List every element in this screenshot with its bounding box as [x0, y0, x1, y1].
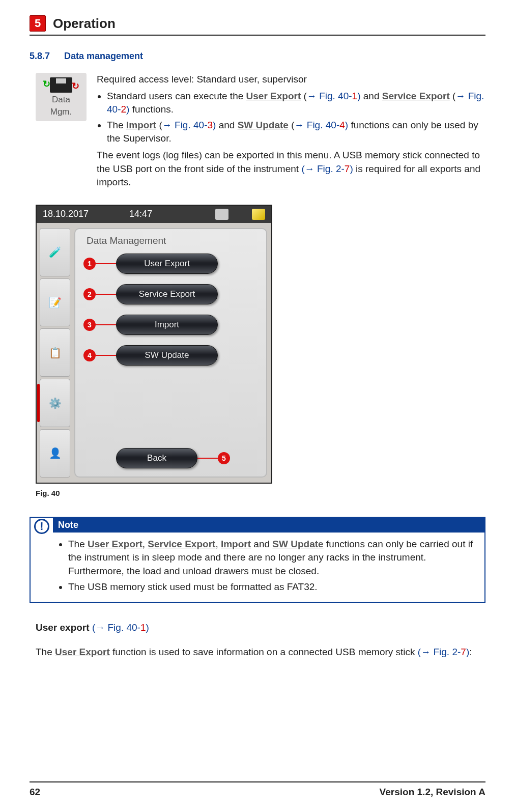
side-tab-reagents[interactable]: 🧪 [40, 228, 70, 276]
note-bullet-2: The USB memory stick used must be format… [68, 580, 477, 594]
service-export-link: Service Export [382, 91, 450, 101]
side-tabs: 🧪 📝 📋 ⚙️ 👤 [40, 228, 70, 478]
status-time: 14:47 [129, 209, 152, 219]
note-icon: ! [34, 519, 49, 534]
chapter-title: Operation [53, 16, 116, 32]
user-export-button[interactable]: User Export [116, 254, 218, 274]
intro-bullet-1: Standard users can execute the User Expo… [107, 90, 485, 117]
arrow-right-icon: ↻ [72, 80, 79, 92]
callout-line-1 [96, 263, 116, 264]
data-management-panel: Data Management 1 User Export 2 Service … [74, 228, 267, 478]
chapter-number-badge: 5 [30, 15, 46, 32]
note-body: The User Export, Service Export, Import … [53, 533, 484, 602]
side-tab-notes[interactable]: 📝 [40, 278, 70, 327]
process-status-icon [215, 209, 228, 220]
tile-label-line2: Mgm. [50, 107, 72, 117]
user-export-description: The User Export function is used to save… [36, 646, 485, 659]
service-export-button[interactable]: Service Export [116, 284, 218, 304]
callout-line-3 [96, 324, 116, 325]
alert-status-icon [252, 209, 265, 220]
access-level-line: Required access level: Standard user, su… [97, 73, 485, 87]
page-number: 62 [30, 787, 40, 798]
panel-title: Data Management [87, 235, 258, 246]
side-tab-settings[interactable]: ⚙️ [40, 379, 70, 427]
row-import: 3 Import [83, 315, 258, 335]
version-label: Version 1.2, Revision A [380, 787, 485, 798]
user-export-link: User Export [246, 91, 301, 101]
row-sw-update: 4 SW Update [83, 345, 258, 366]
callout-2: 2 [83, 288, 96, 300]
data-management-tile-icon: ↻ ↻ Data Mgm. [36, 73, 87, 121]
side-tab-user[interactable]: 👤 [40, 429, 70, 478]
user-export-subheading: User export (→ Fig. 40-1) [36, 622, 485, 633]
sw-update-link: SW Update [238, 120, 289, 130]
device-screenshot: 18.10.2017 14:47 🧪 📝 📋 ⚙️ 👤 Data Managem… [36, 205, 272, 484]
arrow-left-icon: ↻ [43, 78, 50, 90]
section-number: 5.8.7 [30, 51, 55, 62]
row-service-export: 2 Service Export [83, 284, 258, 304]
callout-line-4 [96, 355, 116, 356]
floppy-icon: ↻ ↻ [50, 77, 72, 93]
user-icon: 👤 [49, 447, 62, 459]
gear-icon: ⚙️ [49, 397, 62, 409]
sw-update-button[interactable]: SW Update [116, 345, 218, 366]
callout-line-2 [96, 294, 116, 295]
figure-caption: Fig. 40 [36, 489, 485, 497]
callout-5: 5 [218, 452, 230, 464]
intro-text: Required access level: Standard user, su… [97, 73, 485, 189]
chapter-header: 5 Operation [30, 15, 485, 36]
note-bullet-1: The User Export, Service Export, Import … [68, 538, 477, 578]
page-footer: 62 Version 1.2, Revision A [30, 781, 485, 798]
notes-icon: 📝 [49, 296, 62, 309]
section-heading: 5.8.7 Data management [30, 51, 485, 62]
intro-paragraph: The event logs (log files) can be export… [97, 149, 485, 189]
intro-block: ↻ ↻ Data Mgm. Required access level: Sta… [30, 73, 485, 189]
callout-line-5 [197, 458, 218, 459]
callout-3: 3 [83, 319, 96, 331]
row-back: Back 5 [83, 448, 258, 468]
status-date: 18.10.2017 [43, 209, 89, 219]
note-block: ! Note The User Export, Service Export, … [30, 517, 485, 603]
tile-label-line1: Data [52, 95, 70, 105]
list-icon: 📋 [49, 347, 62, 359]
reagents-icon: 🧪 [49, 246, 62, 258]
import-link: Import [126, 120, 156, 130]
row-user-export: 1 User Export [83, 254, 258, 274]
side-tab-list[interactable]: 📋 [40, 328, 70, 377]
screen-body: 🧪 📝 📋 ⚙️ 👤 Data Management 1 User Export… [37, 223, 271, 483]
back-button[interactable]: Back [116, 448, 197, 468]
section-title: Data management [64, 51, 143, 62]
disk-icon [50, 77, 72, 93]
callout-4: 4 [83, 349, 96, 361]
status-bar: 18.10.2017 14:47 [37, 206, 271, 223]
intro-bullet-2: The Import (→ Fig. 40-3) and SW Update (… [107, 119, 485, 146]
note-header: Note [53, 518, 484, 533]
import-button[interactable]: Import [116, 315, 218, 335]
callout-1: 1 [83, 258, 96, 270]
